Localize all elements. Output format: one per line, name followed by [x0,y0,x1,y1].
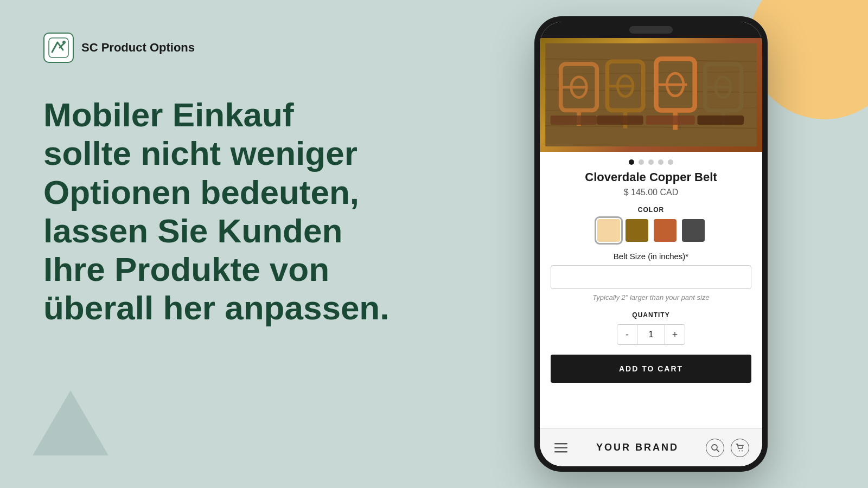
image-dots [551,152,751,170]
svg-rect-27 [698,115,744,125]
svg-point-34 [742,450,743,451]
nav-icons-right [706,439,749,457]
dot-2[interactable] [639,159,644,165]
quantity-plus-button[interactable]: + [665,324,685,345]
dot-1[interactable] [629,159,634,165]
cart-icon[interactable] [731,439,749,457]
quantity-value: 1 [637,324,665,345]
svg-point-33 [739,450,740,451]
app-name: SC Product Options [81,41,195,55]
svg-rect-0 [49,38,68,57]
swatch-3[interactable] [654,219,676,242]
swatch-2[interactable] [626,219,648,242]
phone-screen: Cloverdale Copper Belt $ 145.00 CAD COLO… [540,22,762,466]
product-content: Cloverdale Copper Belt $ 145.00 CAD COLO… [540,152,762,428]
belt-size-input[interactable] [551,265,751,289]
belt-size-hint: Typically 2" larger than your pant size [551,293,751,301]
color-label: COLOR [551,206,751,214]
add-to-cart-button[interactable]: ADD TO CART [551,355,751,383]
quantity-label: QUANTITY [551,311,751,319]
swatch-4[interactable] [682,219,705,242]
logo-area: SC Product Options [43,33,391,63]
phone-topbar [540,22,762,38]
product-price: $ 145.00 CAD [551,188,751,197]
svg-rect-30 [554,451,567,453]
left-panel: SC Product Options Mobiler Einkauf sollt… [0,0,434,488]
quantity-minus-button[interactable]: - [617,324,637,345]
dot-4[interactable] [658,159,663,165]
phone-bottom-nav: YOUR BRAND [540,428,762,466]
belt-illustration [540,38,762,152]
hamburger-menu-icon[interactable] [553,440,569,456]
swatch-1[interactable] [597,219,620,242]
search-icon[interactable] [706,439,724,457]
color-swatches [551,219,751,242]
brand-name: YOUR BRAND [596,442,679,453]
belt-size-label: Belt Size (in inches)* [551,252,751,261]
svg-line-32 [717,450,719,452]
right-panel: Cloverdale Copper Belt $ 145.00 CAD COLO… [434,0,868,488]
svg-rect-28 [554,443,567,445]
svg-point-1 [62,41,66,44]
product-title: Cloverdale Copper Belt [551,170,751,184]
dot-3[interactable] [648,159,654,165]
svg-rect-29 [554,447,567,448]
svg-rect-25 [597,115,643,125]
svg-rect-26 [646,115,695,125]
svg-rect-24 [551,115,597,125]
phone-camera [629,26,673,34]
app-logo-icon [43,33,74,63]
dot-5[interactable] [668,159,673,165]
product-image [540,38,762,152]
headline-text: Mobiler Einkauf sollte nicht weniger Opt… [43,95,391,328]
phone-mockup: Cloverdale Copper Belt $ 145.00 CAD COLO… [534,16,768,472]
quantity-controls: - 1 + [551,324,751,345]
